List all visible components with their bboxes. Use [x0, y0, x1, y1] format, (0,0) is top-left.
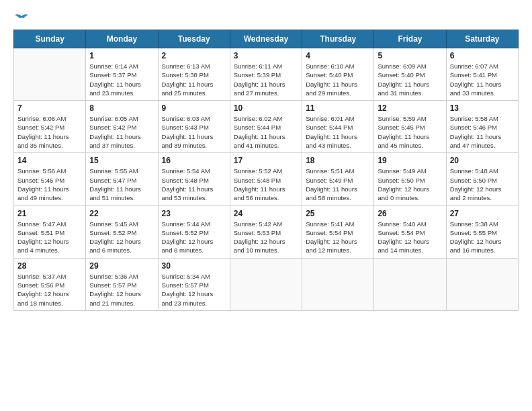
- day-number: 8: [89, 103, 154, 113]
- calendar-cell: 12Sunrise: 5:59 AM Sunset: 5:45 PM Dayli…: [374, 101, 446, 153]
- day-number: 10: [234, 103, 298, 113]
- calendar-cell: 17Sunrise: 5:52 AM Sunset: 5:48 PM Dayli…: [230, 153, 302, 205]
- day-info: Sunrise: 5:48 AM Sunset: 5:50 PM Dayligh…: [450, 167, 515, 202]
- day-number: 19: [378, 156, 442, 165]
- day-info: Sunrise: 5:42 AM Sunset: 5:53 PM Dayligh…: [234, 220, 298, 255]
- day-number: 6: [450, 51, 515, 60]
- day-number: 7: [17, 103, 82, 113]
- calendar-cell: 29Sunrise: 5:36 AM Sunset: 5:57 PM Dayli…: [86, 258, 158, 310]
- day-info: Sunrise: 5:55 AM Sunset: 5:47 PM Dayligh…: [89, 167, 154, 202]
- day-number: 17: [234, 156, 298, 165]
- calendar-cell: 28Sunrise: 5:37 AM Sunset: 5:56 PM Dayli…: [14, 258, 86, 310]
- day-of-week-header: Tuesday: [158, 30, 230, 48]
- day-number: 4: [306, 51, 370, 60]
- calendar-cell: 11Sunrise: 6:01 AM Sunset: 5:44 PM Dayli…: [302, 101, 374, 153]
- calendar-cell: 8Sunrise: 6:05 AM Sunset: 5:42 PM Daylig…: [86, 101, 158, 153]
- day-info: Sunrise: 5:40 AM Sunset: 5:54 PM Dayligh…: [378, 220, 442, 255]
- day-number: 16: [162, 156, 226, 165]
- calendar-cell: 9Sunrise: 6:03 AM Sunset: 5:43 PM Daylig…: [158, 101, 230, 153]
- calendar-cell: [374, 258, 446, 310]
- calendar-cell: 3Sunrise: 6:11 AM Sunset: 5:39 PM Daylig…: [230, 48, 302, 101]
- day-info: Sunrise: 5:38 AM Sunset: 5:55 PM Dayligh…: [450, 220, 515, 255]
- calendar-cell: 25Sunrise: 5:41 AM Sunset: 5:54 PM Dayli…: [302, 205, 374, 258]
- calendar-week-row: 14Sunrise: 5:56 AM Sunset: 5:46 PM Dayli…: [14, 153, 519, 205]
- day-info: Sunrise: 5:47 AM Sunset: 5:51 PM Dayligh…: [17, 220, 82, 255]
- calendar-week-row: 1Sunrise: 6:14 AM Sunset: 5:37 PM Daylig…: [14, 48, 519, 101]
- calendar-cell: [446, 258, 518, 310]
- day-info: Sunrise: 6:05 AM Sunset: 5:42 PM Dayligh…: [89, 114, 154, 150]
- day-info: Sunrise: 5:37 AM Sunset: 5:56 PM Dayligh…: [17, 272, 82, 308]
- day-info: Sunrise: 6:07 AM Sunset: 5:41 PM Dayligh…: [450, 62, 515, 97]
- day-info: Sunrise: 5:45 AM Sunset: 5:52 PM Dayligh…: [89, 220, 154, 255]
- day-info: Sunrise: 5:41 AM Sunset: 5:54 PM Dayligh…: [306, 220, 370, 255]
- day-number: 1: [89, 51, 154, 60]
- calendar-cell: 27Sunrise: 5:38 AM Sunset: 5:55 PM Dayli…: [446, 205, 518, 258]
- day-of-week-header: Sunday: [14, 30, 86, 48]
- calendar-week-row: 7Sunrise: 6:06 AM Sunset: 5:42 PM Daylig…: [14, 101, 519, 153]
- calendar-cell: 30Sunrise: 5:34 AM Sunset: 5:57 PM Dayli…: [158, 258, 230, 310]
- day-info: Sunrise: 5:59 AM Sunset: 5:45 PM Dayligh…: [378, 114, 442, 150]
- day-number: 11: [306, 103, 370, 113]
- day-info: Sunrise: 5:34 AM Sunset: 5:57 PM Dayligh…: [162, 272, 226, 308]
- day-number: 29: [89, 261, 154, 271]
- day-number: 9: [162, 103, 226, 113]
- day-number: 15: [89, 156, 154, 165]
- day-number: 13: [450, 103, 515, 113]
- calendar-cell: 4Sunrise: 6:10 AM Sunset: 5:40 PM Daylig…: [302, 48, 374, 101]
- day-number: 26: [378, 209, 442, 218]
- calendar-cell: 23Sunrise: 5:44 AM Sunset: 5:52 PM Dayli…: [158, 205, 230, 258]
- day-number: 24: [234, 209, 298, 218]
- day-info: Sunrise: 5:58 AM Sunset: 5:46 PM Dayligh…: [450, 114, 515, 150]
- day-info: Sunrise: 5:51 AM Sunset: 5:49 PM Dayligh…: [306, 167, 370, 202]
- day-number: 12: [378, 103, 442, 113]
- day-of-week-header: Saturday: [446, 30, 518, 48]
- day-number: 27: [450, 209, 515, 218]
- calendar-cell: 18Sunrise: 5:51 AM Sunset: 5:49 PM Dayli…: [302, 153, 374, 205]
- day-info: Sunrise: 6:02 AM Sunset: 5:44 PM Dayligh…: [234, 114, 298, 150]
- day-info: Sunrise: 6:11 AM Sunset: 5:39 PM Dayligh…: [234, 62, 298, 97]
- day-number: 22: [89, 209, 154, 218]
- day-info: Sunrise: 6:10 AM Sunset: 5:40 PM Dayligh…: [306, 62, 370, 97]
- calendar-cell: 13Sunrise: 5:58 AM Sunset: 5:46 PM Dayli…: [446, 101, 518, 153]
- day-number: 23: [162, 209, 226, 218]
- calendar-cell: 10Sunrise: 6:02 AM Sunset: 5:44 PM Dayli…: [230, 101, 302, 153]
- day-number: 5: [378, 51, 442, 60]
- day-info: Sunrise: 6:14 AM Sunset: 5:37 PM Dayligh…: [89, 62, 154, 97]
- calendar-cell: [14, 48, 86, 101]
- day-info: Sunrise: 5:52 AM Sunset: 5:48 PM Dayligh…: [234, 167, 298, 202]
- day-info: Sunrise: 5:54 AM Sunset: 5:48 PM Dayligh…: [162, 167, 226, 202]
- calendar-cell: 1Sunrise: 6:14 AM Sunset: 5:37 PM Daylig…: [86, 48, 158, 101]
- day-info: Sunrise: 6:03 AM Sunset: 5:43 PM Dayligh…: [162, 114, 226, 150]
- day-number: 2: [162, 51, 226, 60]
- calendar-cell: 15Sunrise: 5:55 AM Sunset: 5:47 PM Dayli…: [86, 153, 158, 205]
- day-of-week-header: Friday: [374, 30, 446, 48]
- day-number: 3: [234, 51, 298, 60]
- calendar-header-row: SundayMondayTuesdayWednesdayThursdayFrid…: [14, 30, 519, 48]
- calendar-cell: [302, 258, 374, 310]
- day-info: Sunrise: 6:13 AM Sunset: 5:38 PM Dayligh…: [162, 62, 226, 97]
- day-number: 20: [450, 156, 515, 165]
- day-of-week-header: Thursday: [302, 30, 374, 48]
- day-info: Sunrise: 6:01 AM Sunset: 5:44 PM Dayligh…: [306, 114, 370, 150]
- logo-bird-icon: [15, 13, 28, 24]
- day-info: Sunrise: 5:56 AM Sunset: 5:46 PM Dayligh…: [17, 167, 82, 202]
- day-info: Sunrise: 6:09 AM Sunset: 5:40 PM Dayligh…: [378, 62, 442, 97]
- day-number: 14: [17, 156, 82, 165]
- day-info: Sunrise: 6:06 AM Sunset: 5:42 PM Dayligh…: [17, 114, 82, 150]
- day-info: Sunrise: 5:44 AM Sunset: 5:52 PM Dayligh…: [162, 220, 226, 255]
- calendar-week-row: 21Sunrise: 5:47 AM Sunset: 5:51 PM Dayli…: [14, 205, 519, 258]
- day-info: Sunrise: 5:49 AM Sunset: 5:50 PM Dayligh…: [378, 167, 442, 202]
- day-number: 18: [306, 156, 370, 165]
- calendar-table: SundayMondayTuesdayWednesdayThursdayFrid…: [13, 30, 519, 311]
- calendar-cell: 6Sunrise: 6:07 AM Sunset: 5:41 PM Daylig…: [446, 48, 518, 101]
- calendar-week-row: 28Sunrise: 5:37 AM Sunset: 5:56 PM Dayli…: [14, 258, 519, 310]
- calendar-cell: [230, 258, 302, 310]
- calendar-cell: 19Sunrise: 5:49 AM Sunset: 5:50 PM Dayli…: [374, 153, 446, 205]
- calendar-cell: 20Sunrise: 5:48 AM Sunset: 5:50 PM Dayli…: [446, 153, 518, 205]
- calendar-cell: 16Sunrise: 5:54 AM Sunset: 5:48 PM Dayli…: [158, 153, 230, 205]
- calendar-cell: 2Sunrise: 6:13 AM Sunset: 5:38 PM Daylig…: [158, 48, 230, 101]
- day-number: 28: [17, 261, 82, 271]
- calendar-cell: 14Sunrise: 5:56 AM Sunset: 5:46 PM Dayli…: [14, 153, 86, 205]
- calendar-cell: 5Sunrise: 6:09 AM Sunset: 5:40 PM Daylig…: [374, 48, 446, 101]
- day-number: 25: [306, 209, 370, 218]
